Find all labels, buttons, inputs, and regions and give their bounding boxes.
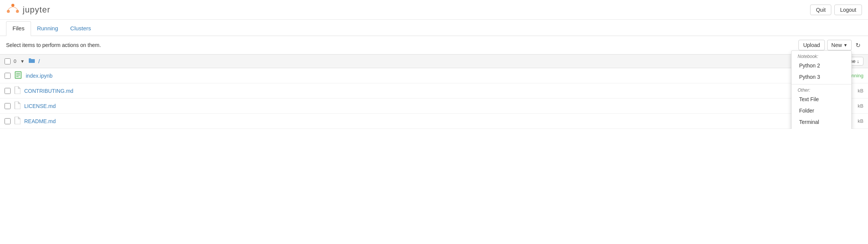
- chevron-down-icon: ▼: [843, 43, 848, 47]
- file-name[interactable]: LICENSE.md: [24, 103, 56, 109]
- file-row-left: LICENSE.md: [5, 102, 848, 110]
- upload-button[interactable]: Upload: [798, 40, 825, 50]
- file-row-left: CONTRIBUTING.md: [5, 86, 848, 95]
- file-checkbox[interactable]: [5, 73, 11, 79]
- sort-icon: ↓: [857, 58, 860, 64]
- file-doc-icon: [14, 102, 20, 110]
- header-actions: Quit Logout: [810, 5, 862, 15]
- menu-item-folder[interactable]: Folder: [792, 105, 851, 116]
- table-row: README.md kB: [0, 114, 868, 129]
- svg-point-0: [11, 4, 14, 7]
- jupyter-logo-icon: [6, 3, 20, 17]
- toolbar-instruction: Select items to perform actions on them.: [6, 42, 101, 48]
- file-name[interactable]: README.md: [24, 118, 56, 124]
- selected-count: 0: [14, 58, 16, 64]
- file-checkbox[interactable]: [5, 103, 11, 109]
- app-title: jupyter: [23, 5, 50, 15]
- new-dropdown-container: New ▼ Notebook: Python 2 Python 3 Other:…: [827, 40, 852, 50]
- new-button-label: New: [831, 42, 842, 48]
- refresh-icon[interactable]: ↻: [854, 40, 862, 50]
- logout-button[interactable]: Logout: [834, 5, 862, 15]
- breadcrumb: /: [38, 58, 40, 64]
- file-doc-icon: [14, 86, 20, 95]
- file-list-header-left: 0 ▼ /: [5, 58, 838, 65]
- file-row-left: README.md: [5, 117, 848, 125]
- new-dropdown-menu: Notebook: Python 2 Python 3 Other: Text …: [791, 50, 852, 129]
- menu-item-text-file[interactable]: Text File: [792, 94, 851, 105]
- tabs-bar: Files Running Clusters: [0, 21, 868, 36]
- tab-clusters[interactable]: Clusters: [64, 21, 97, 36]
- logo-container: jupyter: [6, 3, 50, 17]
- file-name[interactable]: CONTRIBUTING.md: [24, 88, 73, 94]
- file-list-header: 0 ▼ / Name ↓: [0, 54, 868, 68]
- table-row: LICENSE.md kB: [0, 99, 868, 114]
- notebook-section-label: Notebook:: [792, 52, 851, 60]
- tab-files[interactable]: Files: [6, 21, 31, 36]
- tab-running[interactable]: Running: [31, 21, 64, 36]
- toolbar: Select items to perform actions on them.…: [0, 36, 868, 54]
- toolbar-actions: Upload New ▼ Notebook: Python 2 Python 3…: [798, 40, 862, 50]
- menu-divider: [792, 84, 851, 84]
- menu-item-python2[interactable]: Python 2: [792, 60, 851, 71]
- menu-item-python3[interactable]: Python 3: [792, 71, 851, 83]
- other-section-label: Other:: [792, 86, 851, 94]
- file-checkbox[interactable]: [5, 88, 11, 94]
- file-checkbox[interactable]: [5, 118, 11, 124]
- select-all-checkbox[interactable]: [5, 58, 11, 64]
- header: jupyter Quit Logout: [0, 0, 868, 20]
- table-row: index.ipynb Running: [0, 68, 868, 83]
- file-name[interactable]: index.ipynb: [26, 73, 53, 79]
- notebook-icon: [14, 71, 22, 80]
- table-row: CONTRIBUTING.md kB: [0, 83, 868, 99]
- quit-button[interactable]: Quit: [810, 5, 831, 15]
- new-button[interactable]: New ▼: [827, 40, 852, 50]
- select-dropdown-button[interactable]: ▼: [19, 59, 25, 64]
- menu-item-terminal[interactable]: Terminal: [792, 116, 851, 128]
- folder-icon: [28, 58, 35, 65]
- file-row-left: index.ipynb: [5, 71, 845, 80]
- file-doc-icon: [14, 117, 20, 125]
